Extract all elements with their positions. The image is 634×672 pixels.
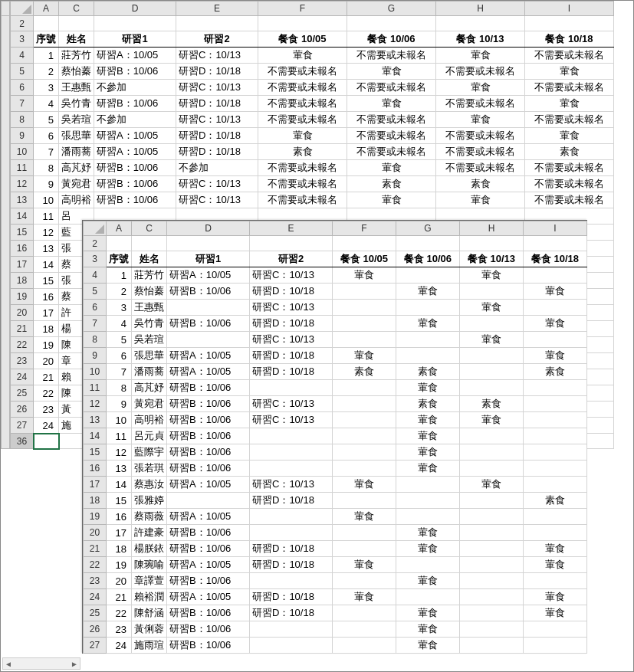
cell[interactable]: 11 bbox=[107, 428, 132, 444]
cell[interactable]: 不需要或未報名 bbox=[525, 80, 614, 96]
cell[interactable] bbox=[107, 236, 132, 251]
cell[interactable] bbox=[333, 621, 396, 638]
row-header[interactable]: 14 bbox=[11, 208, 34, 225]
column-header-C[interactable]: C bbox=[59, 2, 94, 16]
cell[interactable]: 蔡惠汝 bbox=[132, 477, 167, 493]
cell[interactable]: 葷食 bbox=[460, 300, 524, 316]
row-header[interactable]: 6 bbox=[84, 300, 107, 316]
select-all-corner[interactable] bbox=[11, 2, 34, 16]
cell[interactable] bbox=[167, 493, 250, 509]
table-header-cell[interactable]: 序號 bbox=[107, 251, 132, 267]
cell[interactable]: 9 bbox=[34, 176, 59, 192]
cell[interactable]: 不需要或未報名 bbox=[347, 80, 436, 96]
cell[interactable] bbox=[524, 509, 587, 525]
cell[interactable]: 14 bbox=[34, 257, 59, 273]
cell[interactable]: 不需要或未報名 bbox=[258, 160, 347, 176]
cell[interactable]: 素食 bbox=[436, 176, 525, 192]
cell[interactable] bbox=[460, 284, 524, 300]
cell[interactable]: 素食 bbox=[525, 144, 614, 160]
cell[interactable]: 高芃妤 bbox=[59, 160, 94, 176]
cell[interactable]: 葷食 bbox=[460, 412, 524, 428]
cell[interactable] bbox=[460, 461, 524, 477]
cell[interactable]: 不需要或未報名 bbox=[258, 192, 347, 208]
cell[interactable]: 葷食 bbox=[396, 638, 460, 654]
cell[interactable]: 研習B：10/06 bbox=[167, 541, 250, 557]
table-header-cell[interactable]: 研習2 bbox=[176, 31, 258, 48]
cell[interactable]: 不需要或未報名 bbox=[258, 80, 347, 96]
cell[interactable]: 10 bbox=[107, 412, 132, 428]
row-header[interactable]: 23 bbox=[11, 353, 34, 369]
table-header-cell[interactable]: 餐食 10/13 bbox=[460, 251, 524, 267]
cell[interactable]: 15 bbox=[107, 493, 132, 509]
cell[interactable]: 葷食 bbox=[396, 316, 460, 332]
cell[interactable]: 研習A：10/05 bbox=[167, 364, 250, 380]
cell[interactable]: 張思華 bbox=[59, 128, 94, 144]
table-header-cell[interactable]: 姓名 bbox=[59, 31, 94, 48]
cell[interactable]: 研習D：10/18 bbox=[250, 493, 333, 509]
cell[interactable]: 11 bbox=[34, 208, 59, 225]
cell[interactable] bbox=[524, 461, 587, 477]
cell[interactable]: 研習C：10/13 bbox=[250, 412, 333, 428]
cell[interactable]: 18 bbox=[34, 321, 59, 337]
cell[interactable]: 不需要或未報名 bbox=[436, 96, 525, 112]
row-header[interactable]: 8 bbox=[11, 112, 34, 128]
cell[interactable]: 葷食 bbox=[333, 509, 396, 525]
column-header-C[interactable]: C bbox=[132, 221, 167, 236]
row-header[interactable]: 15 bbox=[11, 225, 34, 241]
cell[interactable] bbox=[250, 525, 333, 541]
cell[interactable] bbox=[250, 380, 333, 396]
table-header-cell[interactable]: 餐食 10/18 bbox=[525, 31, 614, 48]
cell[interactable]: 研習D：10/18 bbox=[176, 96, 258, 112]
cell[interactable]: 賴裕潤 bbox=[132, 589, 167, 605]
cell[interactable] bbox=[250, 509, 333, 525]
row-header[interactable]: 5 bbox=[11, 64, 34, 80]
cell[interactable]: 16 bbox=[107, 509, 132, 525]
cell[interactable] bbox=[167, 236, 250, 251]
cell[interactable] bbox=[333, 300, 396, 316]
column-header-I[interactable]: I bbox=[524, 221, 587, 236]
cell[interactable]: 葷食 bbox=[396, 621, 460, 638]
cell[interactable]: 24 bbox=[107, 638, 132, 654]
cell[interactable]: 研習B：10/06 bbox=[94, 176, 176, 192]
cell[interactable]: 研習A：10/05 bbox=[94, 48, 176, 64]
cell[interactable]: 研習A：10/05 bbox=[167, 267, 250, 284]
cell[interactable]: 研習D：10/18 bbox=[250, 605, 333, 621]
cell[interactable] bbox=[333, 412, 396, 428]
cell[interactable]: 葷食 bbox=[396, 461, 460, 477]
cell[interactable] bbox=[333, 493, 396, 509]
cell[interactable]: 葷食 bbox=[436, 80, 525, 96]
row-header[interactable]: 27 bbox=[11, 418, 34, 434]
column-header-H[interactable]: H bbox=[436, 2, 525, 16]
cell[interactable] bbox=[333, 332, 396, 348]
cell[interactable] bbox=[250, 621, 333, 638]
cell[interactable] bbox=[460, 236, 524, 251]
cell[interactable]: 研習A：10/05 bbox=[167, 509, 250, 525]
row-header[interactable]: 16 bbox=[84, 461, 107, 477]
column-header-I[interactable]: I bbox=[525, 2, 614, 16]
cell[interactable] bbox=[167, 300, 250, 316]
cell[interactable]: 葷食 bbox=[460, 267, 524, 284]
cell[interactable]: 楊朕銥 bbox=[132, 541, 167, 557]
cell[interactable] bbox=[250, 638, 333, 654]
cell[interactable]: 研習A：10/05 bbox=[94, 144, 176, 160]
cell[interactable]: 8 bbox=[107, 380, 132, 396]
cell[interactable]: 葷食 bbox=[524, 605, 587, 621]
row-header[interactable]: 2 bbox=[11, 16, 34, 31]
cell[interactable]: 研習C：10/13 bbox=[250, 477, 333, 493]
cell[interactable]: 素食 bbox=[524, 493, 587, 509]
cell[interactable]: 12 bbox=[34, 225, 59, 241]
cell[interactable]: 20 bbox=[107, 573, 132, 589]
cell[interactable]: 20 bbox=[34, 353, 59, 369]
cell[interactable]: 研習B：10/06 bbox=[94, 96, 176, 112]
cell[interactable]: 張若琪 bbox=[132, 461, 167, 477]
cell[interactable] bbox=[460, 493, 524, 509]
cell[interactable] bbox=[333, 525, 396, 541]
cell[interactable] bbox=[333, 284, 396, 300]
row-header[interactable]: 5 bbox=[84, 284, 107, 300]
cell[interactable]: 研習D：10/18 bbox=[250, 541, 333, 557]
cell[interactable] bbox=[94, 16, 176, 31]
cell[interactable]: 研習A：10/05 bbox=[167, 348, 250, 364]
cell[interactable]: 蔡雨薇 bbox=[132, 509, 167, 525]
cell[interactable]: 張思華 bbox=[132, 348, 167, 364]
cell[interactable]: 研習B：10/06 bbox=[167, 573, 250, 589]
